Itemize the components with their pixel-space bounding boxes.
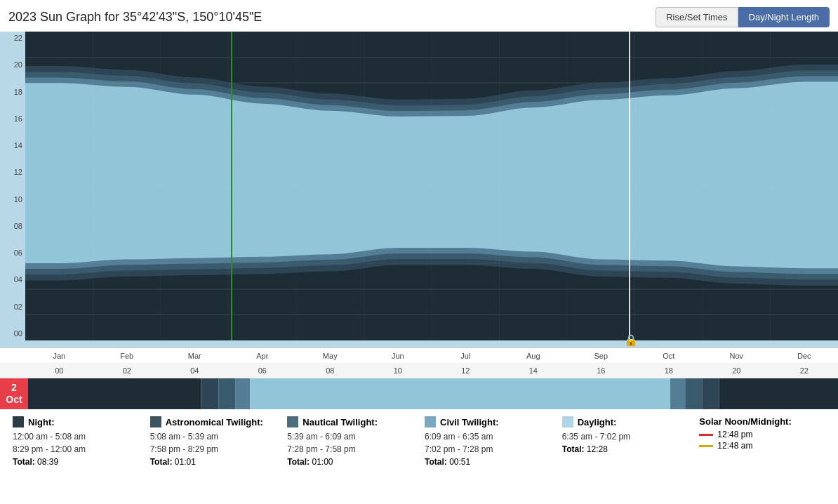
daylight-total: Total: 12:28 <box>562 444 689 454</box>
view-toggle: Rise/Set Times Day/Night Length <box>656 7 830 27</box>
day-month: Oct <box>6 394 22 406</box>
nautical-total: Total: 01:00 <box>287 457 413 467</box>
solar-midnight-row: 12:48 am <box>699 441 825 451</box>
y-label: 10 <box>3 196 22 204</box>
month-nov: Nov <box>703 352 771 360</box>
civil-total: Total: 00:51 <box>425 457 551 467</box>
solar-midnight-time: 12:48 am <box>717 441 752 451</box>
daylight-swatch <box>562 416 573 427</box>
month-jan: Jan <box>25 352 93 360</box>
month-mar: Mar <box>161 352 229 360</box>
hour-22: 22 <box>771 366 839 375</box>
hour-02: 02 <box>93 366 161 375</box>
rise-set-button[interactable]: Rise/Set Times <box>656 7 738 27</box>
astro-times: 5:08 am - 5:39 am7:58 pm - 8:29 pm <box>150 430 277 456</box>
astro-label: Astronomical Twilight: <box>166 417 263 427</box>
solar-label: Solar Noon/Midnight: <box>699 416 791 427</box>
hour-10: 10 <box>364 366 432 375</box>
chart-area: 00 02 04 06 08 10 12 14 16 18 20 22 <box>0 32 838 347</box>
nautical-label: Nautical Twilight: <box>302 417 378 427</box>
y-label: 14 <box>3 142 22 150</box>
y-label: 16 <box>3 115 22 123</box>
astro-swatch <box>150 416 161 427</box>
svg-rect-36 <box>28 378 201 409</box>
month-dec: Dec <box>771 352 839 360</box>
month-feb: Feb <box>93 352 161 360</box>
y-label: 08 <box>3 223 22 230</box>
svg-rect-43 <box>702 378 719 409</box>
month-apr: Apr <box>229 352 297 360</box>
solar-noon-row: 12:48 pm <box>699 430 825 439</box>
hour-04: 04 <box>161 366 229 375</box>
month-sep: Sep <box>567 352 635 360</box>
legend-astro: Astronomical Twilight: 5:08 am - 5:39 am… <box>145 416 282 467</box>
month-may: May <box>296 352 364 360</box>
legend-night: Night: 12:00 am - 5:08 am8:29 pm - 12:00… <box>7 416 145 467</box>
nautical-times: 5:39 am - 6:09 am7:28 pm - 7:58 pm <box>287 430 413 456</box>
svg-rect-39 <box>236 378 251 409</box>
month-oct: Oct <box>635 352 703 360</box>
legend-daylight: Daylight: 6:35 am - 7:02 pm Total: 12:28 <box>557 416 694 467</box>
hour-08: 08 <box>296 366 364 375</box>
y-label: 06 <box>3 249 22 257</box>
hour-00: 00 <box>25 366 93 375</box>
night-total: Total: 08:39 <box>13 457 139 467</box>
day-badge: 2 Oct <box>0 378 28 409</box>
solar-midnight-line <box>699 445 713 447</box>
hour-20: 20 <box>703 366 771 375</box>
astro-total: Total: 01:01 <box>150 457 277 467</box>
legend-solar: Solar Noon/Midnight: 12:48 pm 12:48 am <box>693 416 831 467</box>
svg-rect-42 <box>685 378 702 409</box>
y-axis: 00 02 04 06 08 10 12 14 16 18 20 22 <box>0 32 25 340</box>
svg-rect-41 <box>670 378 685 409</box>
daylight-times: 6:35 am - 7:02 pm <box>562 430 689 443</box>
legend-area: Night: 12:00 am - 5:08 am8:29 pm - 12:00… <box>0 409 838 470</box>
month-jul: Jul <box>432 352 500 360</box>
y-label: 18 <box>3 88 22 96</box>
hour-18: 18 <box>635 366 703 375</box>
month-jun: Jun <box>364 352 432 360</box>
nautical-swatch <box>287 416 298 427</box>
hour-12: 12 <box>432 366 500 375</box>
legend-nautical: Nautical Twilight: 5:39 am - 6:09 am7:28… <box>281 416 419 467</box>
marker-icon: 🔒 <box>624 333 638 347</box>
y-label: 22 <box>3 34 22 42</box>
page-title: 2023 Sun Graph for 35°42'43"S, 150°10'45… <box>8 10 262 25</box>
svg-rect-38 <box>219 378 236 409</box>
x-axis-hours: 00 02 04 06 08 10 12 14 16 18 20 22 <box>0 363 838 378</box>
civil-label: Civil Twilight: <box>440 417 499 427</box>
hour-16: 16 <box>567 366 635 375</box>
night-label: Night: <box>28 417 55 427</box>
y-label: 12 <box>3 168 22 176</box>
solar-noon-time: 12:48 pm <box>717 430 752 439</box>
night-times: 12:00 am - 5:08 am8:29 pm - 12:00 am <box>13 430 139 456</box>
hour-06: 06 <box>229 366 297 375</box>
y-label: 00 <box>3 330 22 338</box>
svg-rect-40 <box>250 378 670 409</box>
sun-chart-main <box>25 32 838 340</box>
day-night-button[interactable]: Day/Night Length <box>738 7 830 27</box>
daylight-label: Daylight: <box>578 417 617 427</box>
civil-times: 6:09 am - 6:35 am7:02 pm - 7:28 pm <box>425 430 551 456</box>
legend-civil: Civil Twilight: 6:09 am - 6:35 am7:02 pm… <box>419 416 557 467</box>
night-swatch <box>13 416 24 427</box>
civil-swatch <box>425 416 436 427</box>
svg-rect-44 <box>719 378 838 409</box>
svg-rect-37 <box>201 378 219 409</box>
y-label: 20 <box>3 61 22 69</box>
april-marker <box>231 32 232 340</box>
y-label: 02 <box>3 303 22 311</box>
oct2-marker <box>629 32 630 340</box>
month-aug: Aug <box>500 352 568 360</box>
x-axis-months: Jan Feb Mar Apr May Jun Jul Aug Sep Oct … <box>0 347 838 363</box>
day-number: 2 <box>11 382 17 394</box>
solar-noon-line <box>699 434 713 436</box>
day-strip: 2 Oct <box>0 378 838 409</box>
header: 2023 Sun Graph for 35°42'43"S, 150°10'45… <box>0 0 838 32</box>
day-timeline <box>28 378 838 409</box>
y-label: 04 <box>3 276 22 284</box>
hour-14: 14 <box>500 366 568 375</box>
